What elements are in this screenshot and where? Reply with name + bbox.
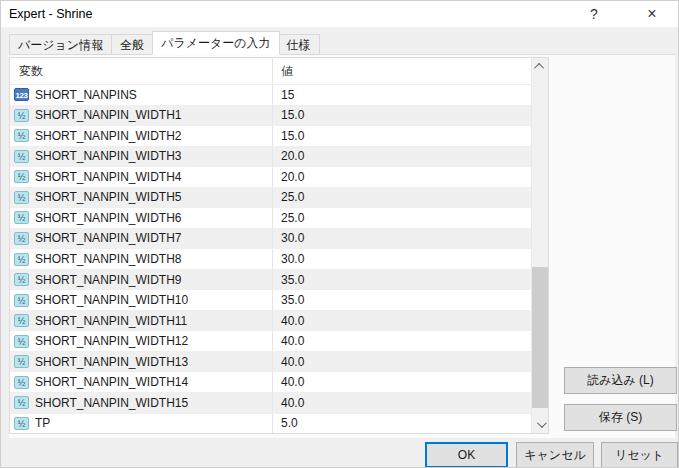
double-type-icon: ½ xyxy=(14,355,29,368)
double-type-icon: ½ xyxy=(14,109,29,122)
variable-cell: ½TP xyxy=(10,414,272,434)
ok-button[interactable]: OK xyxy=(425,442,508,468)
tab-version-info[interactable]: バージョン情報 xyxy=(9,34,112,55)
parameter-value[interactable]: 15.0 xyxy=(272,106,531,126)
parameter-name: SHORT_NANPINS xyxy=(35,88,137,102)
table-row[interactable]: ½SHORT_NANPIN_WIDTH1140.0 xyxy=(10,311,548,332)
table-row[interactable]: ½SHORT_NANPIN_WIDTH1240.0 xyxy=(10,331,548,352)
table-row[interactable]: ½SHORT_NANPIN_WIDTH215.0 xyxy=(10,126,548,147)
table-row[interactable]: ½TP5.0 xyxy=(10,414,548,434)
save-button[interactable]: 保存 (S) xyxy=(564,404,677,431)
expert-properties-dialog: Expert - Shrine ? × バージョン情報 全般 パラメーターの入力… xyxy=(0,0,679,468)
table-row[interactable]: ½SHORT_NANPIN_WIDTH115.0 xyxy=(10,106,548,127)
double-type-icon: ½ xyxy=(14,232,29,245)
parameter-value[interactable]: 40.0 xyxy=(272,311,531,331)
table-row[interactable]: ½SHORT_NANPIN_WIDTH1540.0 xyxy=(10,393,548,414)
parameter-name: SHORT_NANPIN_WIDTH5 xyxy=(35,190,181,204)
variable-cell: ½SHORT_NANPIN_WIDTH3 xyxy=(10,147,272,167)
double-type-icon: ½ xyxy=(14,191,29,204)
parameter-name: TP xyxy=(35,416,50,430)
window-title: Expert - Shrine xyxy=(9,1,92,27)
tab-common[interactable]: 全般 xyxy=(112,34,153,55)
table-row[interactable]: ½SHORT_NANPIN_WIDTH320.0 xyxy=(10,147,548,168)
parameter-value[interactable]: 25.0 xyxy=(272,188,531,208)
double-type-icon: ½ xyxy=(14,314,29,327)
double-type-icon: ½ xyxy=(14,170,29,183)
table-row[interactable]: 123SHORT_NANPINS15 xyxy=(10,85,548,106)
parameter-table: 変数 値 123SHORT_NANPINS15½SHORT_NANPIN_WID… xyxy=(9,57,549,434)
double-type-icon: ½ xyxy=(14,211,29,224)
variable-cell: ½SHORT_NANPIN_WIDTH11 xyxy=(10,311,272,331)
parameter-name: SHORT_NANPIN_WIDTH3 xyxy=(35,149,181,163)
title-bar: Expert - Shrine ? × xyxy=(1,1,679,27)
variable-cell: ½SHORT_NANPIN_WIDTH10 xyxy=(10,290,272,310)
column-header-value: 値 xyxy=(272,58,531,84)
parameter-value[interactable]: 25.0 xyxy=(272,208,531,228)
table-row[interactable]: ½SHORT_NANPIN_WIDTH625.0 xyxy=(10,208,548,229)
column-header-variable: 変数 xyxy=(10,58,272,84)
scroll-down-button[interactable] xyxy=(532,416,548,433)
parameter-value[interactable]: 35.0 xyxy=(272,290,531,310)
parameter-value[interactable]: 35.0 xyxy=(272,270,531,290)
parameter-value[interactable]: 15.0 xyxy=(272,126,531,146)
tab-bar: バージョン情報 全般 パラメーターの入力 仕様 xyxy=(9,31,320,55)
parameter-value[interactable]: 30.0 xyxy=(272,249,531,269)
parameter-value[interactable]: 30.0 xyxy=(272,229,531,249)
variable-cell: ½SHORT_NANPIN_WIDTH15 xyxy=(10,393,272,413)
parameter-name: SHORT_NANPIN_WIDTH2 xyxy=(35,129,181,143)
close-icon[interactable]: × xyxy=(629,1,675,27)
parameter-rows: 123SHORT_NANPINS15½SHORT_NANPIN_WIDTH115… xyxy=(10,85,548,433)
load-button[interactable]: 読み込み (L) xyxy=(564,367,677,394)
scroll-up-button[interactable] xyxy=(532,58,548,75)
double-type-icon: ½ xyxy=(14,129,29,142)
parameter-name: SHORT_NANPIN_WIDTH9 xyxy=(35,273,181,287)
double-type-icon: ½ xyxy=(14,396,29,409)
parameter-value[interactable]: 40.0 xyxy=(272,372,531,392)
parameter-name: SHORT_NANPIN_WIDTH4 xyxy=(35,170,181,184)
help-icon[interactable]: ? xyxy=(579,1,609,27)
variable-cell: ½SHORT_NANPIN_WIDTH8 xyxy=(10,249,272,269)
table-row[interactable]: ½SHORT_NANPIN_WIDTH730.0 xyxy=(10,229,548,250)
table-row[interactable]: ½SHORT_NANPIN_WIDTH420.0 xyxy=(10,167,548,188)
parameter-name: SHORT_NANPIN_WIDTH10 xyxy=(35,293,188,307)
parameter-value[interactable]: 5.0 xyxy=(272,414,531,434)
variable-cell: ½SHORT_NANPIN_WIDTH7 xyxy=(10,229,272,249)
tab-input-parameters[interactable]: パラメーターの入力 xyxy=(152,31,279,55)
double-type-icon: ½ xyxy=(14,335,29,348)
table-row[interactable]: ½SHORT_NANPIN_WIDTH1440.0 xyxy=(10,372,548,393)
table-row[interactable]: ½SHORT_NANPIN_WIDTH830.0 xyxy=(10,249,548,270)
variable-cell: ½SHORT_NANPIN_WIDTH13 xyxy=(10,352,272,372)
table-row[interactable]: ½SHORT_NANPIN_WIDTH1340.0 xyxy=(10,352,548,373)
parameter-name: SHORT_NANPIN_WIDTH8 xyxy=(35,252,181,266)
table-row[interactable]: ½SHORT_NANPIN_WIDTH525.0 xyxy=(10,188,548,209)
double-type-icon: ½ xyxy=(14,376,29,389)
variable-cell: ½SHORT_NANPIN_WIDTH6 xyxy=(10,208,272,228)
double-type-icon: ½ xyxy=(14,273,29,286)
variable-cell: ½SHORT_NANPIN_WIDTH9 xyxy=(10,270,272,290)
variable-cell: ½SHORT_NANPIN_WIDTH2 xyxy=(10,126,272,146)
chevron-up-icon xyxy=(534,63,544,73)
scrollbar-thumb[interactable] xyxy=(532,267,548,408)
table-header: 変数 値 xyxy=(10,58,548,85)
parameter-value[interactable]: 15 xyxy=(272,85,531,105)
parameter-name: SHORT_NANPIN_WIDTH15 xyxy=(35,396,188,410)
parameter-value[interactable]: 40.0 xyxy=(272,331,531,351)
chevron-down-icon xyxy=(536,418,546,428)
double-type-icon: ½ xyxy=(14,253,29,266)
variable-cell: 123SHORT_NANPINS xyxy=(10,85,272,105)
variable-cell: ½SHORT_NANPIN_WIDTH14 xyxy=(10,372,272,392)
table-row[interactable]: ½SHORT_NANPIN_WIDTH935.0 xyxy=(10,270,548,291)
parameter-value[interactable]: 20.0 xyxy=(272,147,531,167)
reset-button[interactable]: リセット xyxy=(601,442,678,468)
parameter-value[interactable]: 40.0 xyxy=(272,352,531,372)
parameter-name: SHORT_NANPIN_WIDTH11 xyxy=(35,314,187,328)
integer-type-icon: 123 xyxy=(14,88,29,101)
tab-specification[interactable]: 仕様 xyxy=(279,34,320,55)
parameter-name: SHORT_NANPIN_WIDTH6 xyxy=(35,211,181,225)
double-type-icon: ½ xyxy=(14,294,29,307)
cancel-button[interactable]: キャンセル xyxy=(516,442,594,468)
parameter-value[interactable]: 20.0 xyxy=(272,167,531,187)
vertical-scrollbar[interactable] xyxy=(531,58,548,433)
parameter-value[interactable]: 40.0 xyxy=(272,393,531,413)
table-row[interactable]: ½SHORT_NANPIN_WIDTH1035.0 xyxy=(10,290,548,311)
